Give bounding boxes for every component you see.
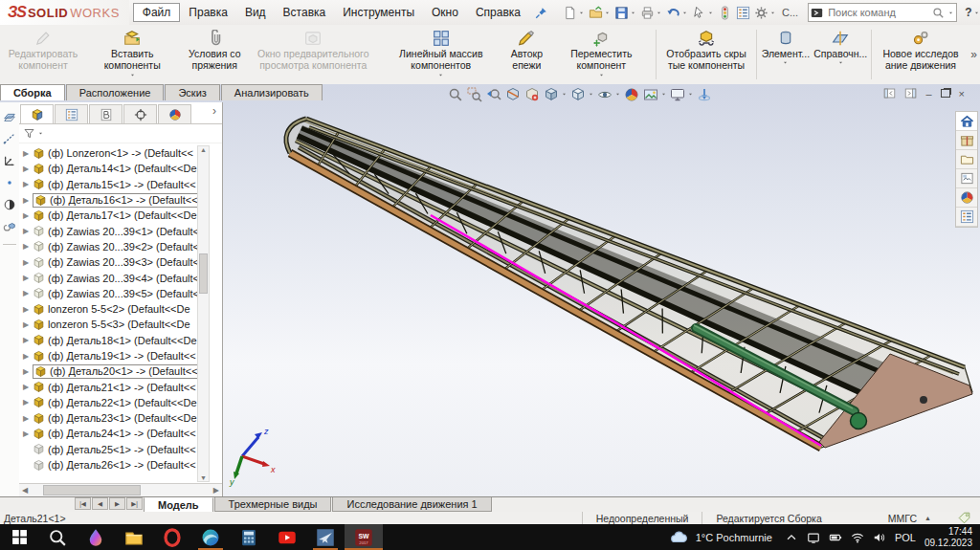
- expand-arrow-icon[interactable]: ▶: [23, 274, 33, 282]
- headsup-assembly-xpert-button[interactable]: [523, 86, 541, 102]
- scroll-right-icon[interactable]: ▶: [213, 486, 219, 495]
- tree-item-11[interactable]: ▶lonzeron 5-5<2> (Default<<De: [19, 301, 222, 317]
- doc-minimize-icon[interactable]: –: [925, 88, 931, 99]
- model-nav-prev-button[interactable]: ◀: [92, 497, 108, 510]
- tree-item-17[interactable]: ▶(ф) Деталь22<1> (Default<<De: [19, 395, 222, 410]
- strip-planes-button[interactable]: [3, 110, 16, 123]
- taskpane-home-button[interactable]: [956, 112, 977, 131]
- panel-tab-configuration-manager[interactable]: [89, 104, 122, 123]
- panel-expand-chevron[interactable]: ›: [192, 104, 222, 123]
- tree-item-6[interactable]: ▶(ф) Zawias 20...39<1> (Default<: [19, 223, 222, 238]
- expand-arrow-icon[interactable]: ▶: [23, 305, 33, 314]
- headsup-apply-scene-button[interactable]: [641, 86, 659, 102]
- headsup-caret-icon[interactable]: [614, 91, 621, 98]
- language-indicator[interactable]: POL: [895, 532, 916, 543]
- expand-arrow-icon[interactable]: ▶: [23, 258, 33, 267]
- ribbon-insert-components-button[interactable]: Вставить компоненты: [84, 25, 180, 84]
- tool-print[interactable]: [638, 3, 664, 22]
- menu-6[interactable]: Окно: [423, 4, 467, 21]
- tray-wifi-icon[interactable]: [851, 531, 864, 544]
- scroll-down-icon[interactable]: ▼: [200, 474, 207, 481]
- ribbon-show-hidden-button[interactable]: Отобразить скрытые компоненты: [658, 25, 754, 84]
- taskbar-clock[interactable]: 17:44 09.12.2023: [924, 526, 972, 549]
- panel-tab-feature-manager[interactable]: [20, 104, 54, 123]
- units-caret-icon[interactable]: ▲: [924, 515, 931, 521]
- scroll-up-icon[interactable]: ▲: [200, 146, 207, 153]
- taskpane-design-library-button[interactable]: [956, 131, 977, 150]
- ribbon-move-component-button[interactable]: Переместить компонент: [549, 25, 654, 84]
- taskbar-youtube[interactable]: [268, 524, 306, 550]
- menu-7[interactable]: Справка: [467, 4, 529, 21]
- ribbon-reference-geometry-button[interactable]: Справочн...: [813, 25, 869, 84]
- command-search[interactable]: [808, 3, 957, 22]
- taskbar-calculator[interactable]: [230, 524, 268, 550]
- taskbar-explorer[interactable]: [115, 524, 153, 550]
- tree-item-5[interactable]: ▶(ф) Деталь17<1> (Default<<De: [19, 208, 222, 223]
- weather-text[interactable]: 1°C Pochmurnie: [696, 532, 772, 543]
- headsup-zoom-to-area-button[interactable]: [465, 86, 483, 102]
- tree-item-1[interactable]: ▶(ф) Lonzeron<1> -> (Default<<: [19, 145, 222, 161]
- headsup-view-settings-button[interactable]: [668, 86, 686, 102]
- tool-settings-gear[interactable]: [752, 3, 778, 22]
- tree-item-3[interactable]: ▶(ф) Деталь15<1> -> (Default<<: [19, 177, 222, 192]
- search-input[interactable]: [826, 6, 929, 19]
- tray-chevron-up-icon[interactable]: [785, 531, 798, 544]
- taskbar-solidworks-2017[interactable]: SW2017: [345, 524, 383, 550]
- ribbon-overflow-chevron[interactable]: »: [968, 48, 980, 61]
- doc-close-icon[interactable]: ×: [959, 88, 965, 99]
- headsup-view-orientation-button[interactable]: [542, 86, 560, 102]
- model-nav-first-button[interactable]: |◀: [75, 497, 91, 510]
- hscroll-thumb[interactable]: [43, 485, 141, 495]
- tree-item-18[interactable]: ▶(ф) Деталь23<1> (Default<<De: [19, 410, 222, 426]
- headsup-rotate-view-button[interactable]: [695, 86, 713, 102]
- headsup-display-style-button[interactable]: [568, 86, 587, 102]
- tool-rebuild[interactable]: [716, 3, 734, 22]
- filter-caret-icon[interactable]: [37, 130, 44, 137]
- tray-battery-icon[interactable]: [829, 531, 842, 544]
- model-tab-2[interactable]: Трехмерные виды: [214, 497, 332, 512]
- taskbar-start[interactable]: [0, 524, 38, 550]
- tag-icon[interactable]: [958, 512, 970, 524]
- ribbon-motion-study-button[interactable]: Новое исследование движения: [874, 25, 969, 84]
- expand-arrow-icon[interactable]: ▶: [23, 414, 33, 423]
- tool-new-document[interactable]: [561, 3, 587, 22]
- tool-options-list[interactable]: [734, 3, 752, 22]
- menu-5[interactable]: Инструменты: [334, 4, 423, 21]
- expand-arrow-icon[interactable]: ▶: [23, 149, 33, 158]
- taskpane-file-explorer-button[interactable]: [956, 150, 977, 169]
- expand-arrow-icon[interactable]: ▶: [23, 398, 33, 407]
- tool-open-file[interactable]: [587, 3, 612, 22]
- tree-item-19[interactable]: ▶(ф) Деталь24<1> -> (Default<<: [19, 426, 222, 441]
- expand-arrow-icon[interactable]: ▶: [23, 289, 33, 297]
- model-nav-next-button[interactable]: ▶: [109, 497, 125, 510]
- tree-item-9[interactable]: ▶(ф) Zawias 20...39<4> (Default<: [19, 270, 222, 285]
- help-caret-icon[interactable]: [973, 10, 980, 16]
- headsup-edit-appearance-button[interactable]: [622, 86, 640, 102]
- expand-arrow-icon[interactable]: ▶: [23, 242, 33, 251]
- panel-tab-display-manager[interactable]: [158, 104, 191, 123]
- tool-command-text[interactable]: C...: [778, 3, 802, 22]
- taskbar-search[interactable]: [38, 524, 77, 550]
- taskbar-edge[interactable]: [191, 524, 230, 550]
- expand-arrow-icon[interactable]: ▶: [23, 383, 33, 391]
- headsup-caret-icon[interactable]: [588, 91, 594, 98]
- doc-restore-icon[interactable]: [941, 88, 950, 99]
- headsup-caret-icon[interactable]: [687, 91, 694, 98]
- tray-device-icon[interactable]: [807, 531, 820, 544]
- expand-arrow-icon[interactable]: ▶: [23, 367, 33, 376]
- headsup-section-view-button[interactable]: [503, 86, 522, 102]
- search-magnifier-icon[interactable]: [932, 7, 945, 19]
- model-nav-last-button[interactable]: ▶|: [126, 497, 143, 510]
- pin-icon[interactable]: [535, 7, 547, 19]
- tree-item-4[interactable]: ▶(ф) Деталь16<1> -> (Default<<: [19, 192, 222, 208]
- cmd-tab-3[interactable]: Эскиз: [165, 84, 219, 100]
- doc-pane-right-icon[interactable]: [904, 87, 917, 99]
- expand-arrow-icon[interactable]: ▶: [23, 227, 33, 235]
- status-units[interactable]: ММГС: [888, 513, 917, 524]
- taskpane-view-palette-button[interactable]: [956, 169, 977, 188]
- expand-arrow-icon[interactable]: ▶: [23, 352, 33, 361]
- tree-item-13[interactable]: ▶(ф) Деталь18<1> (Default<<De: [19, 333, 222, 348]
- expand-arrow-icon[interactable]: ▶: [23, 336, 33, 344]
- ribbon-assembly-features-button[interactable]: Элемент...: [759, 25, 813, 84]
- headsup-caret-icon[interactable]: [660, 91, 667, 98]
